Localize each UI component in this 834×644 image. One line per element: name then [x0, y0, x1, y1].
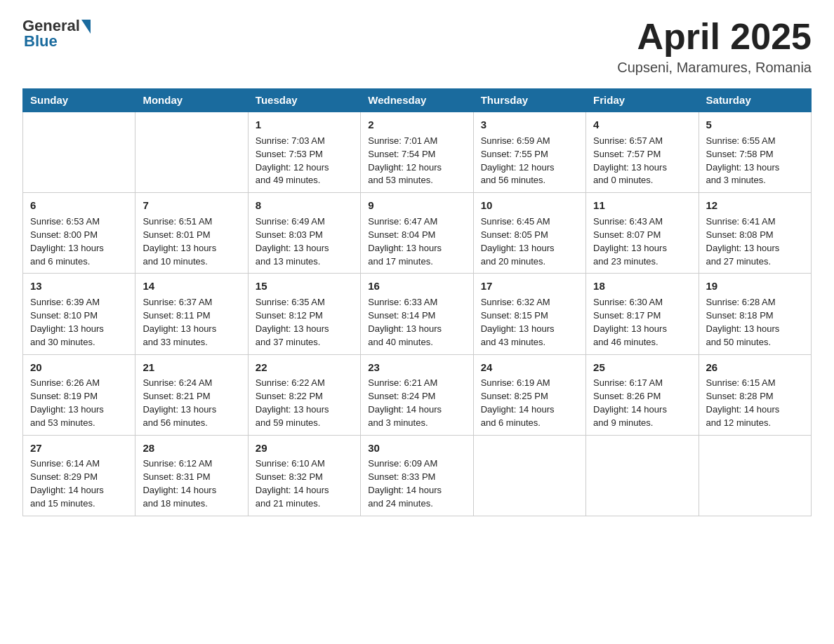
day-number: 22 [256, 360, 353, 375]
day-info: Sunrise: 6:39 AM Sunset: 8:10 PM Dayligh… [30, 296, 128, 349]
calendar-week-4: 27Sunrise: 6:14 AM Sunset: 8:29 PM Dayli… [23, 435, 812, 516]
calendar-cell: 9Sunrise: 6:47 AM Sunset: 8:04 PM Daylig… [361, 193, 473, 274]
calendar-cell: 18Sunrise: 6:30 AM Sunset: 8:17 PM Dayli… [586, 274, 699, 354]
calendar-cell: 8Sunrise: 6:49 AM Sunset: 8:03 PM Daylig… [248, 193, 360, 274]
day-info: Sunrise: 6:53 AM Sunset: 8:00 PM Dayligh… [30, 215, 128, 268]
day-info: Sunrise: 6:15 AM Sunset: 8:28 PM Dayligh… [706, 377, 804, 429]
day-number: 21 [143, 360, 240, 375]
day-number: 9 [368, 198, 465, 213]
day-info: Sunrise: 6:55 AM Sunset: 7:58 PM Dayligh… [706, 135, 804, 187]
day-info: Sunrise: 6:21 AM Sunset: 8:24 PM Dayligh… [368, 377, 465, 429]
day-info: Sunrise: 6:35 AM Sunset: 8:12 PM Dayligh… [256, 296, 353, 349]
calendar-cell: 3Sunrise: 6:59 AM Sunset: 7:55 PM Daylig… [473, 112, 585, 193]
day-info: Sunrise: 6:43 AM Sunset: 8:07 PM Dayligh… [593, 215, 691, 268]
calendar-cell: 13Sunrise: 6:39 AM Sunset: 8:10 PM Dayli… [23, 274, 135, 354]
col-header-monday: Monday [135, 88, 248, 112]
location-label: Cupseni, Maramures, Romania [617, 60, 812, 76]
month-title: April 2025 [617, 17, 812, 57]
day-info: Sunrise: 6:28 AM Sunset: 8:18 PM Dayligh… [706, 296, 804, 349]
day-info: Sunrise: 6:26 AM Sunset: 8:19 PM Dayligh… [30, 377, 128, 429]
calendar-cell: 19Sunrise: 6:28 AM Sunset: 8:18 PM Dayli… [699, 274, 811, 354]
calendar-cell: 26Sunrise: 6:15 AM Sunset: 8:28 PM Dayli… [699, 354, 811, 435]
day-number: 28 [143, 441, 240, 456]
calendar-cell: 30Sunrise: 6:09 AM Sunset: 8:33 PM Dayli… [361, 435, 473, 516]
day-info: Sunrise: 6:33 AM Sunset: 8:14 PM Dayligh… [368, 296, 465, 349]
day-number: 14 [143, 279, 240, 294]
day-number: 26 [706, 360, 804, 375]
day-info: Sunrise: 6:17 AM Sunset: 8:26 PM Dayligh… [593, 377, 691, 429]
day-number: 19 [706, 279, 804, 294]
day-number: 29 [256, 441, 353, 456]
day-number: 11 [593, 198, 691, 213]
calendar-cell: 5Sunrise: 6:55 AM Sunset: 7:58 PM Daylig… [699, 112, 811, 193]
calendar-cell: 4Sunrise: 6:57 AM Sunset: 7:57 PM Daylig… [586, 112, 699, 193]
calendar-cell: 23Sunrise: 6:21 AM Sunset: 8:24 PM Dayli… [361, 354, 473, 435]
day-info: Sunrise: 6:51 AM Sunset: 8:01 PM Dayligh… [143, 215, 240, 268]
day-info: Sunrise: 6:49 AM Sunset: 8:03 PM Dayligh… [256, 215, 353, 268]
day-number: 3 [481, 117, 578, 133]
col-header-saturday: Saturday [699, 88, 811, 112]
calendar-cell: 2Sunrise: 7:01 AM Sunset: 7:54 PM Daylig… [361, 112, 473, 193]
day-info: Sunrise: 7:01 AM Sunset: 7:54 PM Dayligh… [368, 135, 465, 187]
day-number: 4 [593, 117, 691, 133]
day-info: Sunrise: 6:19 AM Sunset: 8:25 PM Dayligh… [481, 377, 578, 429]
day-info: Sunrise: 6:14 AM Sunset: 8:29 PM Dayligh… [30, 457, 128, 510]
calendar-week-0: 1Sunrise: 7:03 AM Sunset: 7:53 PM Daylig… [23, 112, 812, 193]
day-number: 15 [256, 279, 353, 294]
day-info: Sunrise: 6:47 AM Sunset: 8:04 PM Dayligh… [368, 215, 465, 268]
day-info: Sunrise: 6:30 AM Sunset: 8:17 PM Dayligh… [593, 296, 691, 349]
calendar-cell: 16Sunrise: 6:33 AM Sunset: 8:14 PM Dayli… [361, 274, 473, 354]
calendar-cell: 10Sunrise: 6:45 AM Sunset: 8:05 PM Dayli… [473, 193, 585, 274]
calendar-cell [699, 435, 811, 516]
day-number: 2 [368, 117, 465, 133]
calendar-cell: 6Sunrise: 6:53 AM Sunset: 8:00 PM Daylig… [23, 193, 135, 274]
day-number: 25 [593, 360, 691, 375]
calendar-cell [473, 435, 585, 516]
page-header: General Blue April 2025 Cupseni, Maramur… [22, 17, 812, 76]
col-header-sunday: Sunday [23, 88, 135, 112]
calendar-cell: 17Sunrise: 6:32 AM Sunset: 8:15 PM Dayli… [473, 274, 585, 354]
day-number: 10 [481, 198, 578, 213]
calendar-cell: 14Sunrise: 6:37 AM Sunset: 8:11 PM Dayli… [135, 274, 248, 354]
calendar-cell: 1Sunrise: 7:03 AM Sunset: 7:53 PM Daylig… [248, 112, 360, 193]
calendar-week-2: 13Sunrise: 6:39 AM Sunset: 8:10 PM Dayli… [23, 274, 812, 354]
logo: General Blue [22, 17, 92, 51]
day-number: 20 [30, 360, 128, 375]
calendar-cell: 15Sunrise: 6:35 AM Sunset: 8:12 PM Dayli… [248, 274, 360, 354]
calendar-week-3: 20Sunrise: 6:26 AM Sunset: 8:19 PM Dayli… [23, 354, 812, 435]
calendar-cell [135, 112, 248, 193]
day-info: Sunrise: 6:41 AM Sunset: 8:08 PM Dayligh… [706, 215, 804, 268]
day-number: 8 [256, 198, 353, 213]
day-info: Sunrise: 7:03 AM Sunset: 7:53 PM Dayligh… [256, 135, 353, 187]
day-number: 23 [368, 360, 465, 375]
calendar-cell: 28Sunrise: 6:12 AM Sunset: 8:31 PM Dayli… [135, 435, 248, 516]
col-header-wednesday: Wednesday [361, 88, 473, 112]
day-info: Sunrise: 6:22 AM Sunset: 8:22 PM Dayligh… [256, 377, 353, 429]
calendar-header-row: SundayMondayTuesdayWednesdayThursdayFrid… [23, 88, 812, 112]
calendar-cell [586, 435, 699, 516]
day-number: 16 [368, 279, 465, 294]
day-info: Sunrise: 6:24 AM Sunset: 8:21 PM Dayligh… [143, 377, 240, 429]
day-info: Sunrise: 6:59 AM Sunset: 7:55 PM Dayligh… [481, 135, 578, 187]
calendar-cell [23, 112, 135, 193]
col-header-tuesday: Tuesday [248, 88, 360, 112]
day-info: Sunrise: 6:37 AM Sunset: 8:11 PM Dayligh… [143, 296, 240, 349]
title-block: April 2025 Cupseni, Maramures, Romania [617, 17, 812, 76]
day-number: 24 [481, 360, 578, 375]
calendar-cell: 12Sunrise: 6:41 AM Sunset: 8:08 PM Dayli… [699, 193, 811, 274]
day-number: 27 [30, 441, 128, 456]
calendar-cell: 29Sunrise: 6:10 AM Sunset: 8:32 PM Dayli… [248, 435, 360, 516]
day-number: 12 [706, 198, 804, 213]
day-info: Sunrise: 6:57 AM Sunset: 7:57 PM Dayligh… [593, 135, 691, 187]
day-number: 6 [30, 198, 128, 213]
day-number: 5 [706, 117, 804, 133]
calendar-cell: 20Sunrise: 6:26 AM Sunset: 8:19 PM Dayli… [23, 354, 135, 435]
col-header-friday: Friday [586, 88, 699, 112]
calendar-cell: 24Sunrise: 6:19 AM Sunset: 8:25 PM Dayli… [473, 354, 585, 435]
day-info: Sunrise: 6:45 AM Sunset: 8:05 PM Dayligh… [481, 215, 578, 268]
calendar-cell: 21Sunrise: 6:24 AM Sunset: 8:21 PM Dayli… [135, 354, 248, 435]
day-number: 13 [30, 279, 128, 294]
day-info: Sunrise: 6:32 AM Sunset: 8:15 PM Dayligh… [481, 296, 578, 349]
day-number: 30 [368, 441, 465, 456]
day-info: Sunrise: 6:10 AM Sunset: 8:32 PM Dayligh… [256, 457, 353, 510]
